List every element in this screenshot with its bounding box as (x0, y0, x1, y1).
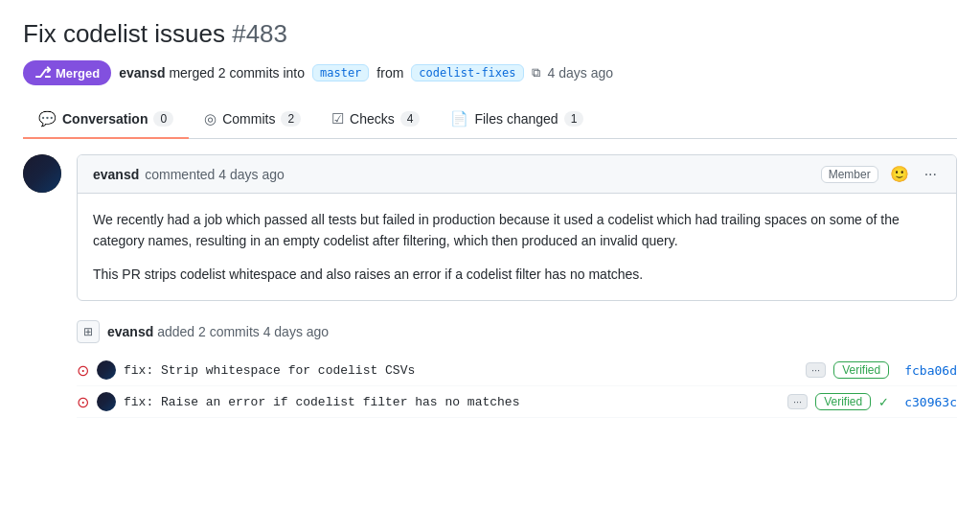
pr-time: 4 days ago (548, 65, 614, 81)
files-changed-icon: 📄 (450, 110, 468, 128)
pr-action: merged (169, 65, 214, 81)
tab-files-label: Files changed (474, 111, 558, 127)
tab-checks-label: Checks (350, 111, 395, 127)
pr-title: Fix codelist issues #483 (23, 19, 957, 49)
conversation-icon: 💬 (38, 110, 57, 128)
commit-expand-button[interactable]: ··· (787, 394, 808, 409)
commit-expand-button[interactable]: ··· (806, 362, 826, 378)
commits-section: ⊞ evansd added 2 commits 4 days ago ⊙ fi… (23, 320, 957, 418)
commits-time: 4 days ago (263, 324, 330, 339)
comment-block: evansd commented 4 days ago Member 🙂 ···… (77, 154, 957, 301)
comment-header: evansd commented 4 days ago Member 🙂 ··· (78, 155, 956, 194)
from-word: from (376, 65, 403, 81)
comment-paragraph-1: We recently had a job which passed all t… (93, 209, 941, 252)
tab-files-count: 1 (564, 111, 584, 127)
commit-avatar (97, 392, 116, 411)
commits-added-count: 2 (198, 324, 206, 339)
into-word: into (283, 65, 305, 81)
tab-checks[interactable]: ☑ Checks 4 (316, 101, 435, 139)
tab-checks-count: 4 (400, 111, 421, 127)
comment-author: evansd (93, 167, 139, 182)
commit-avatar (97, 360, 116, 380)
copy-branch-icon[interactable]: ⧉ (532, 65, 540, 81)
commit-hash-link[interactable]: fcba06d (904, 363, 957, 378)
commits-word: commits (229, 65, 283, 81)
tab-conversation-count: 0 (153, 111, 173, 127)
comment-body: We recently had a job which passed all t… (78, 194, 956, 300)
pr-number: #483 (232, 19, 287, 48)
commit-message: fix: Raise an error if codelist filter h… (124, 395, 780, 409)
commit-row: ⊙ fix: Strip whitespace for codelist CSV… (77, 355, 957, 386)
commits-section-icon: ⊞ (77, 320, 100, 343)
comment-header-left: evansd commented 4 days ago (93, 167, 285, 182)
meta-text: evansd merged 2 commits into (119, 65, 305, 81)
merged-badge: ⎇ Merged (23, 60, 111, 85)
commits-header: ⊞ evansd added 2 commits 4 days ago (77, 320, 957, 343)
source-branch[interactable]: codelist-fixes (411, 64, 523, 81)
tab-commits-count: 2 (281, 111, 301, 127)
commit-dot-icon: ⊙ (77, 361, 89, 380)
commit-hash-link[interactable]: c30963c (904, 395, 957, 409)
tab-commits-label: Commits (222, 111, 275, 127)
content-area: evansd commented 4 days ago Member 🙂 ···… (23, 154, 957, 301)
verified-badge: Verified (833, 361, 889, 379)
emoji-reaction-button[interactable]: 🙂 (886, 163, 913, 185)
check-icon: ✓ (878, 395, 889, 409)
pr-meta: ⎇ Merged evansd merged 2 commits into ma… (23, 60, 957, 85)
commits-unit: commits (210, 324, 263, 339)
commenter-avatar (23, 154, 61, 193)
member-badge: Member (821, 166, 878, 183)
commit-message: fix: Strip whitespace for codelist CSVs (124, 363, 798, 378)
commit-count: 2 (218, 65, 226, 81)
merged-label: Merged (56, 66, 100, 81)
comment-action: commented 4 days ago (145, 167, 285, 182)
commits-icon: ◎ (204, 110, 217, 128)
merge-icon: ⎇ (34, 64, 51, 81)
comment-header-right: Member 🙂 ··· (821, 163, 941, 185)
tab-files-changed[interactable]: 📄 Files changed 1 (435, 101, 599, 139)
pr-title-text: Fix codelist issues (23, 19, 225, 48)
pr-author: evansd (119, 65, 165, 81)
commits-action: added (157, 324, 198, 339)
commits-author: evansd (107, 324, 153, 339)
tab-conversation-label: Conversation (62, 111, 148, 127)
tab-conversation[interactable]: 💬 Conversation 0 (23, 101, 189, 139)
tab-commits[interactable]: ◎ Commits 2 (189, 101, 316, 139)
more-options-button[interactable]: ··· (921, 164, 941, 185)
commit-dot-icon: ⊙ (77, 393, 89, 411)
tabs-bar: 💬 Conversation 0 ◎ Commits 2 ☑ Checks 4 … (23, 101, 957, 139)
verified-badge: Verified (815, 393, 871, 410)
commits-header-text: evansd added 2 commits 4 days ago (107, 324, 329, 339)
commit-row: ⊙ fix: Raise an error if codelist filter… (77, 386, 957, 418)
checks-icon: ☑ (331, 110, 344, 128)
target-branch[interactable]: master (312, 64, 369, 81)
comment-paragraph-2: This PR strips codelist whitespace and a… (93, 264, 941, 285)
